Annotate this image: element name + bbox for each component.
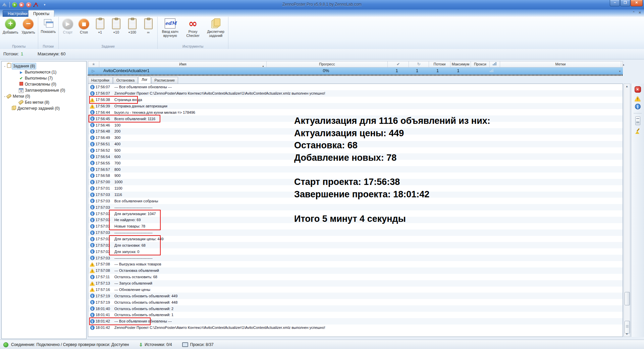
info-icon: i <box>90 218 95 222</box>
grid-scroll-up[interactable]: ▲ <box>621 61 626 67</box>
log-message: 700 <box>114 160 120 166</box>
button-label: +10 <box>113 30 119 34</box>
log-timestamp: 17:57:03 <box>96 204 113 210</box>
ribbon-collapse-icon[interactable]: ⌃ <box>632 11 635 14</box>
filter-errors-icon[interactable]: ✕ <box>635 86 641 93</box>
scroll-down-icon[interactable]: ▼ <box>624 333 630 336</box>
log-row[interactable]: i18:01:40Осталось обновить объявлений: 2 <box>88 305 623 312</box>
log-row[interactable]: 17:57:16--- Обновление цены <box>88 287 623 293</box>
row-cell <box>497 67 618 74</box>
column-header-fav[interactable]: ★ <box>88 61 99 67</box>
grid-scroll-down[interactable]: ▼ <box>619 70 621 72</box>
ribbon-button-удалить[interactable]: −Удалить <box>20 17 36 34</box>
ribbon-button-стоп[interactable]: Стоп <box>76 17 92 34</box>
ribbon-button-ввод-капч-вручную[interactable]: edMВвод капч вручную <box>159 17 181 38</box>
minimize-button[interactable]: – <box>610 0 620 6</box>
column-header-labels[interactable]: Метки <box>500 61 621 67</box>
expander-icon[interactable]: ⌄ <box>3 63 6 69</box>
close-button[interactable]: ✕ <box>631 0 643 6</box>
ribbon-button-∞[interactable]: ∞ <box>141 17 156 34</box>
row-cell: 0% <box>266 67 386 74</box>
filter-info-icon[interactable]: i <box>635 104 641 109</box>
clear-log-icon[interactable] <box>635 128 641 134</box>
column-header-name[interactable]: Имя▲ <box>99 61 267 67</box>
sidebar-item-без[interactable]: Без метки (8) <box>2 99 86 105</box>
log-row[interactable]: i18:01:42ZennoPoster Проект C:\ZennoPost… <box>88 325 623 331</box>
sidebar-item-диспетчер[interactable]: Диспетчер заданий (0) <box>2 105 86 111</box>
sidebar-item-метки[interactable]: ⌄Метки (0) <box>2 93 86 99</box>
filter-warnings-icon[interactable] <box>635 96 641 101</box>
column-header-max[interactable]: Максимум <box>450 61 471 67</box>
log-row[interactable]: i18:01:42--- Все объявления обновлены --… <box>88 318 623 325</box>
view-tab-остановка[interactable]: Остановка <box>113 77 138 84</box>
column-header-stats[interactable] <box>490 61 500 67</box>
log-row[interactable]: i17:56:07--- Все объявления обновлены --… <box>88 84 623 90</box>
log-row[interactable]: i17:57:19Осталось обновить объявлений: 4… <box>88 293 623 299</box>
log-row[interactable]: i17:57:19Осталось обновить объявлений: 4… <box>88 299 623 305</box>
log-row[interactable]: i17:57:03------------------------------- <box>88 230 623 236</box>
log-row[interactable]: i17:57:03Для актуализации цены: 449 <box>88 236 623 242</box>
sidebar-item-остановлены[interactable]: Остановлены (0) <box>2 81 86 87</box>
tree-item-label: Задания (8) <box>12 63 36 69</box>
log-timestamp: 17:56:54 <box>96 154 113 160</box>
view-tab-лог[interactable]: Лог <box>138 76 151 84</box>
log-row[interactable]: 17:57:08--- Выгрузка новых товаров <box>88 261 623 267</box>
log-timestamp: 18:01:42 <box>96 318 113 324</box>
log-row[interactable]: i17:57:03------------------------------- <box>88 255 623 261</box>
ribbon-button-старт[interactable]: ▶Старт <box>60 17 75 34</box>
ribbon-button-показать[interactable]: Показать <box>40 17 57 34</box>
column-header-progress[interactable]: Прогресс <box>267 61 388 67</box>
ribbon-close-icon[interactable]: ✕ <box>639 11 641 14</box>
column-header-repeat[interactable]: ↻ <box>409 61 429 67</box>
column-header-done[interactable]: ✔ <box>388 61 409 67</box>
row-cell: 1 <box>448 67 468 74</box>
scrollbar-thumb[interactable] <box>625 292 630 305</box>
row-cell: ▷ <box>88 67 99 74</box>
autoscroll-toggle-icon[interactable] <box>635 116 640 125</box>
tab-projects[interactable]: Проекты <box>28 10 54 17</box>
sidebar-item-выполнены[interactable]: ✔Выполнены (7) <box>2 75 86 81</box>
scrollbar-grip[interactable] <box>625 321 630 334</box>
restore-button[interactable]: ❐ <box>620 0 630 6</box>
log-row[interactable]: i17:57:03Для остановки: 68 <box>88 242 623 248</box>
title-bar: + ▶ ■ ▼ ZennoPoster Pro v5.9.8.1 by Zenn… <box>0 0 644 9</box>
ribbon-button-диспетчер-заданий[interactable]: Диспетчер заданий <box>205 17 227 38</box>
ribbon-button-+1[interactable]: +1 <box>92 17 108 34</box>
sidebar-item-запланированные[interactable]: 12Запланированные (0) <box>2 87 86 93</box>
log-row[interactable]: 17:57:13--- Запуск объявлений <box>88 280 623 287</box>
log-row[interactable]: i17:57:03Для запуска: 0 <box>88 248 623 255</box>
log-scrollbar[interactable]: ▲ ▼ <box>624 84 630 337</box>
view-tab-настройки[interactable]: Настройки <box>88 77 113 84</box>
log-message: Осталось обновить объявлений: 2 <box>114 306 173 312</box>
tree-item-label: Остановлены (0) <box>25 81 56 87</box>
log-message: ------------------------------- <box>114 204 153 210</box>
log-row[interactable]: 17:57:08--- Остановка объявлений <box>88 267 623 274</box>
ribbon-group-label: Задание <box>60 44 156 49</box>
column-header-proxy[interactable]: Прокси <box>471 61 490 67</box>
log-row[interactable]: i18:01:41Осталось обновить объявлений: 1 <box>88 312 623 318</box>
log-message: 600 <box>114 154 120 160</box>
ribbon-button-+100[interactable]: +100 <box>124 17 140 34</box>
log-timestamp: 17:56:39 <box>96 103 113 109</box>
grid-splitter[interactable] <box>88 74 623 76</box>
log-row[interactable]: 17:56:38Страница входа <box>88 97 623 103</box>
log-row[interactable]: 17:56:39Отправка данных авторизации <box>88 103 623 109</box>
sidebar-item-задания[interactable]: ⌄Задания (8) <box>2 63 86 69</box>
task-docs-icon <box>211 18 220 29</box>
log-row[interactable]: i17:57:11Осталось остановить: 68 <box>88 274 623 280</box>
sidebar-item-выполняются[interactable]: ▶Выполняются (1) <box>2 69 86 75</box>
expander-icon[interactable]: ⌄ <box>3 93 6 99</box>
ribbon-button-+10[interactable]: +10 <box>108 17 124 34</box>
log-message: 200 <box>114 128 120 134</box>
column-header-threads[interactable]: Потоки <box>429 61 450 67</box>
view-tab-расписание[interactable]: Расписание <box>151 77 178 84</box>
scroll-up-icon[interactable]: ▲ <box>624 85 630 88</box>
log-row[interactable]: i17:56:07ZennoPoster Проект C:\ZennoPost… <box>88 90 623 97</box>
log-message: Не найдено: 69 <box>114 217 141 223</box>
log-timestamp: 17:57:03 <box>96 242 113 248</box>
column-label: Имя <box>179 62 186 66</box>
ribbon-button-добавить[interactable]: +Добавить <box>1 17 19 34</box>
task-row[interactable]: ▷AvitoContextActualizer10%1111▼ <box>88 67 623 74</box>
ribbon-tab-row: Настройки Проекты <box>0 9 644 17</box>
ribbon-button-proxy-checker[interactable]: ∞Proxy Checker <box>182 17 204 38</box>
